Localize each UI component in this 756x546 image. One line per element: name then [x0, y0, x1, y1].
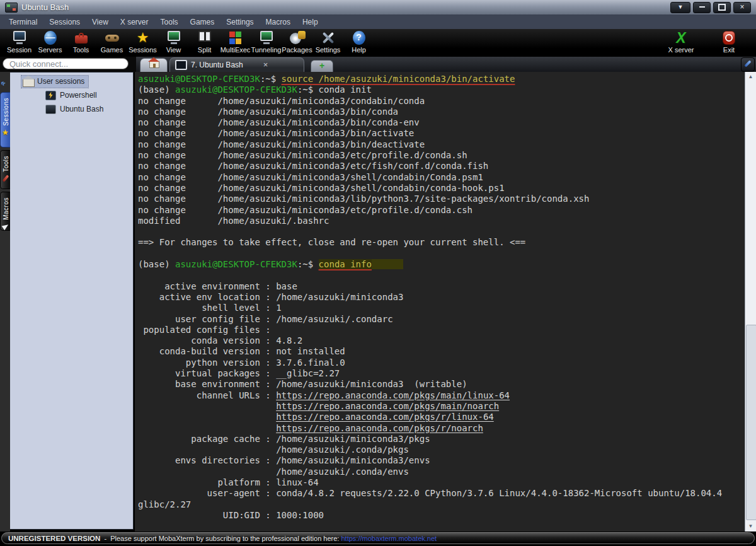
main-area: « Sessions★ToolsMacros User sessions Pow… — [0, 72, 756, 531]
toolbar-games-button[interactable]: Games — [96, 30, 127, 54]
toolbar-multiexec-button[interactable]: MultiExec — [220, 30, 251, 54]
mobaxterm-window: Ubuntu Bash ▼ × TerminalSessionsViewX se… — [0, 0, 756, 546]
toolbar-sessions-button[interactable]: ★Sessions — [127, 30, 158, 54]
terminal-line: ==> For changes to take effect, close an… — [138, 237, 745, 248]
toolbar-help-button[interactable]: Help — [343, 30, 374, 54]
toolbar-label: Session — [4, 46, 35, 54]
terminal-line: envs directories : /home/asuzuki/minicon… — [138, 455, 745, 466]
terminal-line: package cache : /home/asuzuki/miniconda3… — [138, 434, 745, 444]
titlebar-dropdown-button[interactable]: ▼ — [670, 2, 690, 13]
quick-connect-input[interactable] — [3, 58, 129, 69]
scroll-down-button[interactable]: ▼ — [745, 521, 756, 531]
status-pill: UNREGISTERED VERSION - Please support Mo… — [1, 532, 755, 544]
close-icon: × — [740, 3, 744, 11]
terminal[interactable]: asuzuki@DESKTOP-CFEKD3K:~$ source /home/… — [135, 72, 745, 531]
menu-macros[interactable]: Macros — [266, 18, 290, 26]
scroll-up-button[interactable]: ▲ — [745, 72, 756, 82]
tab-close-button[interactable]: × — [263, 61, 268, 69]
terminal-line: no change /home/asuzuki/miniconda3/bin/c… — [138, 117, 745, 128]
terminal-line: UID:GID : 1000:1000 — [138, 510, 745, 521]
new-tab-button[interactable]: + — [311, 60, 333, 72]
terminal-line: no change /home/asuzuki/miniconda3/shell… — [138, 172, 745, 183]
toolbar-packages-button[interactable]: Packages — [282, 30, 312, 54]
home-tab[interactable] — [140, 58, 168, 72]
terminal-line: (base) asuzuki@DESKTOP-CFEKD3K:~$ conda … — [138, 259, 745, 270]
terminal-line — [138, 248, 745, 259]
menu-games[interactable]: Games — [190, 18, 215, 26]
menu-settings[interactable]: Settings — [226, 18, 253, 26]
toolbar-servers-button[interactable]: Servers — [35, 30, 66, 54]
tab-label: 7. Ubuntu Bash — [191, 61, 243, 69]
toolbar-label: Packages — [282, 46, 312, 54]
toolbar-view-button[interactable]: View — [158, 30, 189, 54]
maximize-button[interactable] — [713, 2, 731, 13]
terminal-line — [138, 226, 745, 237]
split-icon — [197, 30, 213, 45]
terminal-line: virtual packages : __glibc=2.27 — [138, 368, 745, 379]
menu-x-server[interactable]: X server — [120, 18, 149, 26]
tools-icon — [2, 175, 9, 182]
scrollbar-thumb[interactable] — [746, 325, 756, 520]
home-icon — [149, 61, 159, 68]
window-title: Ubuntu Bash — [21, 3, 69, 12]
powershell-icon — [45, 91, 56, 100]
toolbar-label: Tools — [66, 46, 96, 54]
panel-toggle-button[interactable] — [741, 57, 755, 72]
tab-ubuntu-bash[interactable]: 7. Ubuntu Bash × — [169, 57, 304, 72]
menu-terminal[interactable]: Terminal — [9, 18, 37, 26]
terminal-line: asuzuki@DESKTOP-CFEKD3K:~$ source /home/… — [138, 74, 745, 84]
menu-tools[interactable]: Tools — [161, 18, 178, 26]
toolbar-session-button[interactable]: Session — [4, 30, 35, 54]
sidebar-item-powershell[interactable]: Powershell — [10, 88, 133, 102]
terminal-line: user config file : /home/asuzuki/.condar… — [138, 314, 745, 325]
minimize-icon — [699, 6, 705, 8]
terminal-line — [138, 270, 745, 281]
side-tab-label: Macros — [3, 197, 9, 220]
sidebar-item-user-sessions[interactable]: User sessions — [10, 74, 133, 88]
toolbar-tunneling-button[interactable]: Tunneling — [251, 30, 282, 54]
collapse-sidebar-button[interactable]: « — [0, 78, 8, 88]
toolbar-label: Settings — [312, 46, 343, 54]
terminal-line: populated config files : — [138, 325, 745, 335]
terminal-line: no change /home/asuzuki/miniconda3/conda… — [138, 96, 745, 107]
mobatek-link[interactable]: https://mobaxterm.mobatek.net — [341, 535, 437, 542]
menu-help[interactable]: Help — [302, 18, 318, 26]
monitor-green-icon — [258, 30, 275, 45]
menubar: TerminalSessionsViewX serverToolsGamesSe… — [0, 15, 756, 29]
home-icon — [23, 79, 35, 87]
app-icon — [5, 3, 18, 13]
terminal-output: asuzuki@DESKTOP-CFEKD3K:~$ source /home/… — [135, 72, 745, 521]
tree-item-label: Ubuntu Bash — [60, 105, 103, 113]
side-tab-tools[interactable]: Tools — [0, 150, 11, 189]
globe-icon — [42, 30, 59, 45]
terminal-line: conda-build version : not installed — [138, 346, 745, 357]
terminal-line: active env location : /home/asuzuki/mini… — [138, 292, 745, 303]
close-button[interactable]: × — [733, 2, 751, 13]
terminal-line: shell level : 1 — [138, 303, 745, 313]
terminal-line: base environment : /home/asuzuki/minicon… — [138, 379, 745, 390]
side-tab-macros[interactable]: Macros — [0, 192, 11, 231]
toolbar-label: MultiExec — [220, 46, 251, 54]
quick-connect-row — [0, 57, 136, 72]
toolbar-exit-button[interactable]: Exit — [709, 30, 748, 54]
terminal-scrollbar[interactable]: ▲ ▼ — [745, 72, 756, 531]
menu-view[interactable]: View — [92, 18, 108, 26]
toolbox-icon — [73, 30, 89, 45]
side-tab-sessions[interactable]: Sessions★ — [0, 92, 11, 148]
side-tab-label: Sessions — [3, 98, 9, 126]
toolbar-x-server-button[interactable]: XX server — [662, 30, 701, 54]
terminal-line: no change /home/asuzuki/miniconda3/etc/f… — [138, 161, 745, 171]
sidebar-item-ubuntu-bash[interactable]: Ubuntu Bash — [10, 102, 133, 116]
toolbar-label: Split — [189, 46, 220, 54]
minimize-button[interactable] — [693, 2, 711, 13]
toolbar-split-button[interactable]: Split — [189, 30, 220, 54]
toolbar-label: X server — [662, 46, 701, 54]
toolbar-settings-button[interactable]: Settings — [312, 30, 343, 54]
terminal-line: platform : linux-64 — [138, 477, 745, 488]
terminal-line: https://repo.anaconda.com/pkgs/r/noarch — [138, 423, 745, 434]
xtools-icon — [320, 30, 336, 45]
gamepad-icon — [104, 30, 120, 45]
toolbar-label: Tunneling — [251, 46, 282, 54]
menu-sessions[interactable]: Sessions — [49, 18, 80, 26]
toolbar-tools-button[interactable]: Tools — [66, 30, 96, 54]
